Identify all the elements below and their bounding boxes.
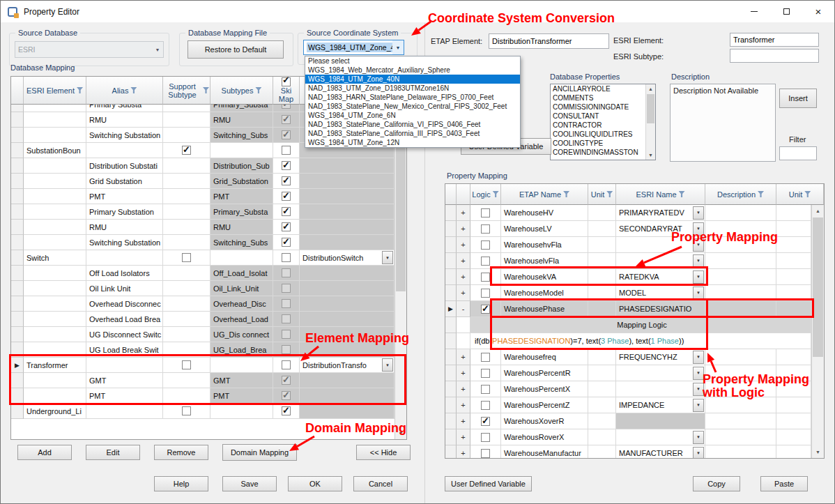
logic-cell[interactable]: [470, 365, 501, 381]
alias-cell[interactable]: Oil Link Unit: [86, 281, 163, 296]
etap-element-cell[interactable]: [300, 296, 394, 312]
dropdown-button[interactable]: ▼: [693, 287, 704, 300]
maximize-button[interactable]: [770, 1, 802, 22]
logic-cell[interactable]: [470, 205, 501, 221]
row-header[interactable]: [11, 296, 24, 312]
checkbox[interactable]: [282, 253, 291, 262]
logic-cell[interactable]: [470, 301, 501, 317]
filter-icon[interactable]: [679, 191, 685, 197]
domain-mapping-button[interactable]: Domain Mapping: [222, 444, 297, 461]
subtypes-cell[interactable]: RMU: [210, 220, 273, 235]
checkbox[interactable]: [282, 77, 291, 86]
row-header[interactable]: [445, 285, 457, 301]
skip-mapping-cell[interactable]: [273, 174, 300, 189]
checkbox[interactable]: [481, 417, 490, 426]
filter-icon[interactable]: [77, 87, 83, 93]
restore-default-button[interactable]: Restore to Default: [187, 40, 284, 59]
alias-cell[interactable]: Distribution Substati: [86, 158, 163, 174]
coord-option[interactable]: NAD_1983_StatePlane_California_VI_FIPS_0…: [305, 120, 520, 129]
alias-cell[interactable]: Overhead Disconnec: [86, 296, 163, 312]
expand-cell[interactable]: +: [457, 269, 470, 285]
alias-cell[interactable]: PMT: [86, 189, 163, 204]
etap-element-cell[interactable]: [300, 388, 394, 404]
filter-input[interactable]: [779, 146, 817, 160]
esri-subtype-field[interactable]: [730, 49, 819, 63]
filter-icon[interactable]: [255, 87, 261, 93]
add-button[interactable]: Add: [17, 445, 72, 460]
unit-cell[interactable]: [588, 285, 616, 301]
etap-element-cell[interactable]: [300, 220, 394, 235]
logic-cell[interactable]: [470, 237, 501, 253]
subtypes-cell[interactable]: RMU: [210, 112, 273, 128]
expand-cell[interactable]: +: [457, 237, 470, 253]
list-item[interactable]: COREWINDINGMASSTON: [551, 148, 655, 157]
column-header[interactable]: ETAP Name: [501, 184, 588, 205]
unit-cell[interactable]: [776, 301, 811, 317]
esri-element-cell[interactable]: [24, 235, 86, 250]
skip-mapping-cell[interactable]: [273, 128, 300, 143]
checkbox[interactable]: [481, 289, 490, 298]
etap-name-cell[interactable]: WarehouseModel: [501, 285, 588, 301]
subtypes-cell[interactable]: Off_Load_Isolat: [210, 266, 273, 281]
row-header[interactable]: [11, 189, 24, 204]
column-header[interactable]: Unit: [588, 184, 616, 205]
row-header[interactable]: [11, 235, 24, 250]
alias-cell[interactable]: Grid Substation: [86, 174, 163, 189]
dropdown-button[interactable]: ▼: [693, 351, 704, 364]
alias-cell[interactable]: [86, 358, 163, 373]
etap-name-cell[interactable]: WarehousXoverR: [501, 413, 588, 429]
unit-cell[interactable]: [776, 269, 811, 285]
row-header[interactable]: [11, 174, 24, 189]
coord-option[interactable]: WGS_1984_UTM_Zone_6N: [305, 111, 520, 120]
list-item[interactable]: COMMISSIONINGDATE: [551, 102, 655, 112]
subtypes-cell[interactable]: Overhead_Disc: [210, 296, 273, 312]
help-button[interactable]: Help: [154, 476, 208, 491]
column-header[interactable]: Alias: [86, 77, 163, 105]
esri-element-cell[interactable]: Transformer: [24, 358, 86, 373]
esri-element-cell[interactable]: [24, 204, 86, 220]
skip-mapping-cell[interactable]: [273, 235, 300, 250]
description-cell[interactable]: [705, 397, 776, 413]
save-button[interactable]: Save: [222, 476, 277, 491]
list-item[interactable]: ANCILLARYROLE: [551, 84, 655, 93]
etap-element-cell[interactable]: [300, 204, 394, 220]
support-subtype-cell[interactable]: [163, 112, 210, 128]
esri-name-cell[interactable]: ▼: [616, 381, 705, 397]
description-cell[interactable]: [705, 301, 776, 317]
subtypes-cell[interactable]: [210, 358, 273, 373]
unit-cell[interactable]: [588, 397, 616, 413]
row-header[interactable]: [445, 349, 457, 365]
row-header[interactable]: [11, 388, 24, 404]
alias-cell[interactable]: UG Load Break Swit: [86, 342, 163, 358]
esri-name-cell[interactable]: PRIMARYRATEDV▼: [616, 205, 705, 221]
etap-element-cell[interactable]: [300, 158, 394, 174]
description-cell[interactable]: [705, 445, 776, 458]
etap-name-cell[interactable]: Warehousefreq: [501, 349, 588, 365]
list-item[interactable]: COMMENTS: [551, 93, 655, 102]
unit-cell[interactable]: [776, 237, 811, 253]
unit-cell[interactable]: [776, 397, 811, 413]
dropdown-button[interactable]: ▼: [382, 251, 393, 264]
unit-cell[interactable]: [588, 253, 616, 269]
subtypes-cell[interactable]: PMT: [210, 388, 273, 404]
copy-button[interactable]: Copy: [693, 476, 740, 491]
checkbox[interactable]: [282, 207, 291, 216]
dropdown-button[interactable]: ▼: [693, 254, 704, 268]
insert-button[interactable]: Insert: [779, 89, 817, 108]
column-header[interactable]: Subtypes: [210, 77, 273, 105]
etap-element-cell[interactable]: [300, 189, 394, 204]
esri-element-cell[interactable]: Underground_Li: [24, 404, 86, 419]
esri-element-cell[interactable]: [24, 342, 86, 358]
vertical-scrollbar[interactable]: ▲ ▼: [811, 205, 824, 458]
row-header[interactable]: [445, 221, 457, 237]
skip-mapping-cell[interactable]: [273, 105, 300, 112]
row-header[interactable]: [445, 205, 457, 221]
esri-name-cell[interactable]: MODEL▼: [616, 285, 705, 301]
unit-cell[interactable]: [776, 221, 811, 237]
description-cell[interactable]: [705, 349, 776, 365]
vertical-scrollbar[interactable]: ▲ ▼: [394, 105, 406, 439]
unit-cell[interactable]: [588, 429, 616, 445]
list-item[interactable]: CONSULTANT: [551, 112, 655, 121]
dropdown-button[interactable]: ▼: [693, 206, 704, 220]
scroll-up-icon[interactable]: ▲: [646, 84, 655, 93]
